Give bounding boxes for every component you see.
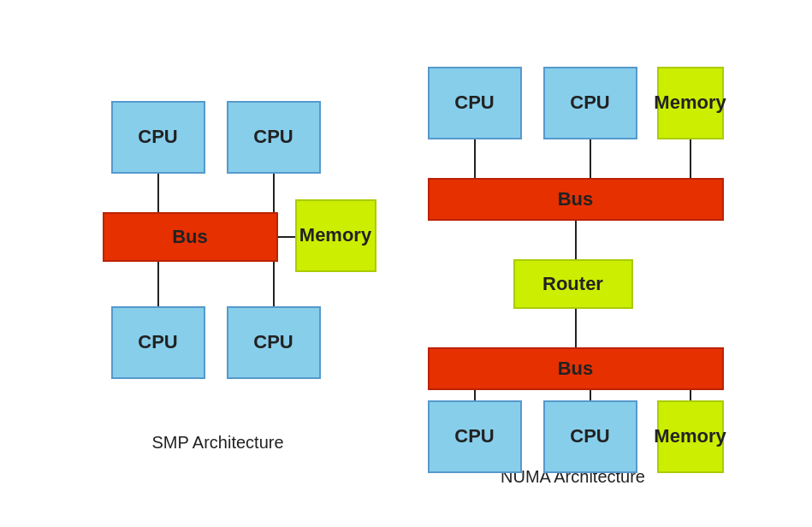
smp-cpu-bottom-right: CPU	[227, 306, 321, 379]
numa-router: Router	[513, 259, 633, 309]
smp-diagram: CPU CPU Bus Memory CPU CPU	[86, 41, 351, 417]
numa-bus-top: Bus	[428, 178, 724, 221]
numa-memory-top: Memory	[657, 67, 724, 139]
smp-cpu-top-right: CPU	[227, 101, 321, 174]
numa-cpu-top-right: CPU	[543, 67, 637, 139]
numa-cpu-bottom-middle: CPU	[543, 400, 637, 473]
numa-cpu-top-left: CPU	[428, 67, 522, 139]
smp-cpu-top-left: CPU	[111, 101, 205, 174]
smp-memory: Memory	[295, 199, 376, 272]
numa-bus-bottom: Bus	[428, 347, 724, 390]
diagram-container: CPU CPU Bus Memory CPU CPU SMP Architect…	[60, 24, 753, 504]
numa-diagram: CPU CPU Memory Bus Router Bus CPU CPU	[419, 41, 727, 452]
numa-architecture: CPU CPU Memory Bus Router Bus CPU CPU	[419, 41, 727, 487]
numa-memory-bottom: Memory	[657, 400, 724, 473]
numa-cpu-bottom-left: CPU	[428, 400, 522, 473]
smp-bus: Bus	[103, 212, 278, 262]
smp-cpu-bottom-left: CPU	[111, 306, 205, 379]
smp-label: SMP Architecture	[151, 433, 283, 453]
smp-architecture: CPU CPU Bus Memory CPU CPU SMP Architect…	[86, 41, 351, 453]
